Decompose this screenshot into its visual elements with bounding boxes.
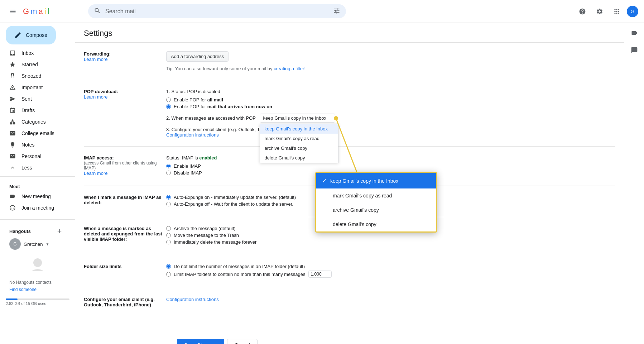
sidebar-item-starred[interactable]: Starred xyxy=(0,59,69,70)
pop-when-accessed-select[interactable]: keep Gmail's copy in the Inbox mark Gmai… xyxy=(260,114,335,123)
large-dropdown-option-2[interactable]: mark Gmail's copy as read xyxy=(316,188,436,203)
expunged-trash-input[interactable] xyxy=(166,233,171,238)
sidebar-item-notes[interactable]: Notes xyxy=(0,139,69,150)
forwarding-section: Forwarding: Learn more Add a forwarding … xyxy=(84,51,615,80)
svg-point-0 xyxy=(33,258,42,267)
imap-enable-input[interactable] xyxy=(166,164,171,168)
pop-radio-all-mail: Enable POP for all mail xyxy=(166,97,615,102)
expunged-archive-label: Archive the message (default) xyxy=(174,226,236,231)
pop-radio-all-mail-input[interactable] xyxy=(166,97,171,102)
expunged-trash-radio: Move the message to the Trash xyxy=(166,233,615,238)
large-dropdown-option-3[interactable]: archive Gmail's copy xyxy=(316,203,436,217)
mark-deleted-label: When I mark a message in IMAP as deleted… xyxy=(84,195,166,208)
find-someone-link[interactable]: Find someone xyxy=(0,286,75,293)
pop-small-dropdown-popup: keep Gmail's copy in the Inbox mark Gmai… xyxy=(260,124,338,163)
search-input[interactable] xyxy=(105,8,329,15)
large-dropdown-option-1-label: keep Gmail's copy in the Inbox xyxy=(330,178,398,184)
expunged-archive-input[interactable] xyxy=(166,226,171,231)
hangouts-section: Hangouts G Gretchen ▼ No Hangouts contac… xyxy=(0,223,75,296)
pop-config-link[interactable]: Configuration instructions xyxy=(166,132,219,138)
folder-limit-select[interactable]: 1,000 2,000 5,000 10,000 xyxy=(308,271,332,278)
save-changes-button[interactable]: Save Changes xyxy=(177,339,224,344)
sidebar-item-snoozed[interactable]: Snoozed xyxy=(0,70,69,82)
pop-small-option-4[interactable]: delete Gmail's copy xyxy=(260,153,338,163)
large-dropdown-option-2-label: mark Gmail's copy as read xyxy=(333,193,392,199)
sidebar-item-new-meeting[interactable]: New meeting xyxy=(0,191,69,202)
pop-radio-from-now-input[interactable] xyxy=(166,104,171,109)
gmail-logo: Gmail xyxy=(23,7,49,16)
pop-small-option-1[interactable]: keep Gmail's copy in the Inbox xyxy=(260,124,338,134)
sidebar: Compose Inbox Starred Snoozed Important … xyxy=(0,23,75,344)
auto-expunge-on-label: Auto-Expunge on - Immediately update the… xyxy=(174,195,296,200)
sidebar-item-important[interactable]: Important xyxy=(0,82,69,93)
folder-limits-content: Do not limit the number of messages in a… xyxy=(166,264,615,279)
pop-radio-all-mail-label: Enable POP for all mail xyxy=(174,97,223,102)
sidebar-label-new-meeting: New meeting xyxy=(21,194,64,199)
imap-label: IMAP access: (access Gmail from other cl… xyxy=(84,155,166,177)
tune-icon[interactable] xyxy=(333,7,340,15)
folder-limit-input[interactable] xyxy=(166,272,171,277)
creating-filter-link[interactable]: creating a filter! xyxy=(274,66,306,71)
sidebar-item-join-meeting[interactable]: Join a meeting xyxy=(0,202,69,214)
auto-expunge-on-input[interactable] xyxy=(166,195,171,200)
pop-learn-more[interactable]: Learn more xyxy=(84,94,107,100)
add-forwarding-address-button[interactable]: Add a forwarding address xyxy=(166,51,229,62)
hangouts-user-item[interactable]: G Gretchen ▼ xyxy=(0,237,75,251)
configure-client-section: Configure your email client (e.g. Outloo… xyxy=(84,297,615,316)
cancel-button[interactable]: Cancel xyxy=(227,339,258,344)
hamburger-menu-icon[interactable] xyxy=(6,4,20,19)
topbar-left: Gmail xyxy=(6,4,81,19)
configure-client-link[interactable]: Configuration instructions xyxy=(166,297,219,302)
folder-limit-radio: Limit IMAP folders to contain no more th… xyxy=(166,271,615,278)
imap-enable-label: Enable IMAP xyxy=(174,163,201,169)
sidebar-item-categories[interactable]: Categories xyxy=(0,116,69,128)
right-panel-meet-icon[interactable] xyxy=(627,26,641,40)
gmail-logo-g: G xyxy=(23,7,29,16)
imap-disable-input[interactable] xyxy=(166,171,171,175)
sidebar-item-college-emails[interactable]: College emails xyxy=(0,128,69,139)
folder-no-limit-label: Do not limit the number of messages in a… xyxy=(174,264,305,269)
sidebar-item-inbox[interactable]: Inbox xyxy=(0,47,69,59)
sidebar-label-drafts: Drafts xyxy=(21,108,64,113)
sidebar-label-categories: Categories xyxy=(21,119,64,125)
help-icon-btn[interactable] xyxy=(575,4,590,19)
search-icon xyxy=(94,7,101,15)
folder-limits-label: Folder size limits xyxy=(84,264,166,279)
pop-small-option-2[interactable]: mark Gmail's copy as read xyxy=(260,134,338,143)
pop-label: POP download: Learn more xyxy=(84,89,166,138)
storage-track xyxy=(6,298,69,300)
large-dropdown-option-4[interactable]: delete Gmail's copy xyxy=(316,217,436,231)
auto-expunge-off-input[interactable] xyxy=(166,202,171,206)
hangouts-user-name: Gretchen xyxy=(24,242,43,247)
forwarding-tip: Tip: You can also forward only some of y… xyxy=(166,66,615,71)
sidebar-item-sent[interactable]: Sent xyxy=(0,93,69,105)
expunged-delete-radio: Immediately delete the message forever xyxy=(166,239,615,245)
expunged-delete-input[interactable] xyxy=(166,240,171,244)
folder-no-limit-input[interactable] xyxy=(166,264,171,269)
settings-icon-btn[interactable] xyxy=(592,4,607,19)
hangouts-user-avatar: G xyxy=(9,238,21,250)
sidebar-item-drafts[interactable]: Drafts xyxy=(0,105,69,116)
settings-title: Settings xyxy=(84,29,615,38)
auto-expunge-off-label: Auto-Expunge off - Wait for the client t… xyxy=(174,201,293,207)
pop-download-section: POP download: Learn more 1. Status: POP … xyxy=(84,89,615,147)
large-dropdown-option-1[interactable]: ✓ keep Gmail's copy in the Inbox xyxy=(316,173,436,188)
imap-learn-more[interactable]: Learn more xyxy=(84,171,107,176)
pop-section3: 3. Configure your email client (e.g. Out… xyxy=(166,127,615,138)
large-dropdown-option-3-label: archive Gmail's copy xyxy=(333,207,379,213)
compose-button[interactable]: Compose xyxy=(6,26,56,44)
forwarding-learn-more[interactable]: Learn more xyxy=(84,57,107,62)
sidebar-item-less[interactable]: Less xyxy=(0,162,69,173)
forwarding-content: Add a forwarding address Tip: You can al… xyxy=(166,51,615,71)
avatar[interactable]: G xyxy=(627,6,638,17)
sidebar-item-personal[interactable]: Personal xyxy=(0,150,69,162)
hangouts-add-button[interactable] xyxy=(55,227,64,235)
pop-small-option-3[interactable]: archive Gmail's copy xyxy=(260,143,338,153)
search-bar xyxy=(88,4,346,18)
sidebar-label-notes: Notes xyxy=(21,142,64,148)
apps-icon-btn[interactable] xyxy=(610,4,624,19)
folder-no-limit-radio: Do not limit the number of messages in a… xyxy=(166,264,615,269)
hangouts-user-dropdown-icon: ▼ xyxy=(45,242,49,246)
sidebar-label-starred: Starred xyxy=(21,62,64,67)
right-panel-chat-icon[interactable] xyxy=(627,43,641,57)
